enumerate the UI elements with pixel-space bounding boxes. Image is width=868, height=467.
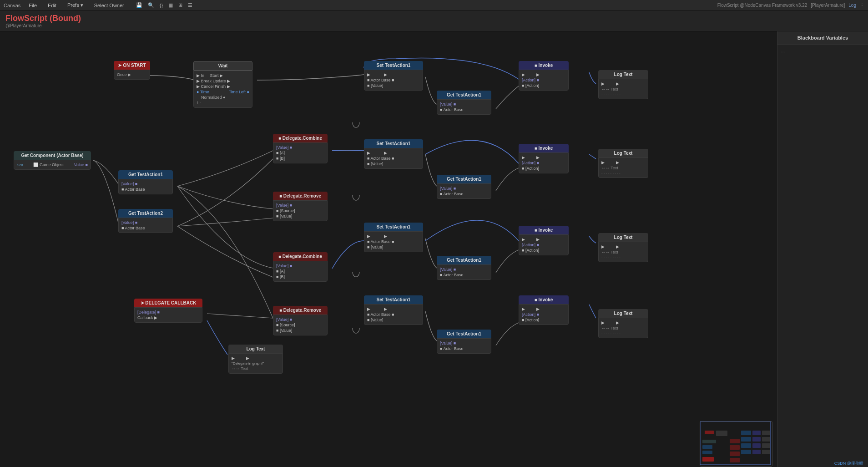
get-ta1-mid1-node[interactable]: Get TestAction1 [Value] ■ ■ Actor Base [437,91,491,115]
get-ta2-header: Get TestAction2 [118,209,173,218]
get-ta1-mid4-node[interactable]: Get TestAction1 [Value] ■ ■ Actor Base [437,330,491,354]
get-ta2-body: [Value] ■ ■ Actor Base [118,218,173,233]
get-ta1-mid1-body: [Value] ■ ■ Actor Base [437,99,491,115]
svg-rect-10 [730,439,740,443]
get-ta2-node[interactable]: Get TestAction2 [Value] ■ ■ Actor Base [118,209,173,233]
get-ta1-mid3-node[interactable]: Get TestAction1 [Value] ■ ■ Actor Base [437,256,491,280]
set-ta1-1-header: Set TestAction1 [364,61,423,70]
menu-edit[interactable]: Edit [45,2,59,9]
delegate-callback-node[interactable]: ➤ DELEGATE CALLBACK [Delegate] ■ Callbac… [134,299,202,323]
invoke-1-node[interactable]: ■ Invoke ▶ ▶ [Action] ■ ■ [Action] [519,61,569,91]
toolbar-search-icon[interactable]: 🔍 [148,2,154,8]
wait-body: ▶ In Start ▶ ▶ Break Update ▶ ▶ Cancel F… [193,71,252,108]
del-combine-2-body: [Value] ■ ■ [A] ■ [B] [273,261,328,282]
get-ta1-top-body: [Value] ■ ■ Actor Base [118,179,173,194]
blackboard-empty: ... [777,45,868,57]
toolbar-code-icon[interactable]: {} [160,3,163,8]
minimap-svg [700,421,772,466]
menu-file[interactable]: File [26,2,40,9]
set-ta1-4-node[interactable]: Set TestAction1 ▶ ▶ ■ Actor Base ■ ■ [Va… [364,295,423,325]
menu-select-owner[interactable]: Select Owner [91,2,127,9]
del-remove-2-body: [Value] ■ ■ [Source] ■ [Value] [273,315,328,335]
get-component-node[interactable]: Get Component (Actor Base) Self ⬜ Game O… [14,151,91,170]
svg-rect-4 [705,431,714,434]
on-start-body: Once ▶ [114,70,150,80]
log-text-5-body: ▶ ▶ "Delegate in graph!" ↔↔ Text [228,353,283,374]
toolbar-save-icon[interactable]: 💾 [136,2,142,8]
wait-node[interactable]: Wait ▶ In Start ▶ ▶ Break Update ▶ ▶ Can… [193,61,252,108]
log-text-3-node[interactable]: Log Text ▶ ▶ ↔↔ Text - - - - - - - - - [598,233,648,262]
log-text-4-node[interactable]: Log Text ▶ ▶ ↔↔ Text - - - - - - - - - [598,309,648,338]
get-ta1-mid2-header: Get TestAction1 [437,175,491,183]
log-text-5-header: Log Text [228,345,283,353]
invoke-3-node[interactable]: ■ Invoke ▶ ▶ [Action] ■ ■ [Action] [519,226,569,255]
svg-rect-5 [716,431,727,436]
svg-rect-21 [752,450,761,454]
toolbar-grid1-icon[interactable]: ▦ [168,2,173,8]
svg-rect-12 [730,452,740,456]
set-ta1-1-node[interactable]: Set TestAction1 ▶ ▶ ■ Actor Base ■ ■ [Va… [364,61,423,91]
svg-rect-8 [702,451,712,454]
toolbar-list-icon[interactable]: ☰ [188,2,192,8]
invoke-3-header: ■ Invoke [519,226,569,234]
invoke-1-body: ▶ ▶ [Action] ■ ■ [Action] [519,70,569,91]
canvas-label: Canvas [4,3,20,8]
invoke-4-body: ▶ ▶ [Action] ■ ■ [Action] [519,304,569,325]
get-ta1-mid2-body: [Value] ■ ■ Actor Base [437,183,491,199]
set-ta1-3-body: ▶ ▶ ■ Actor Base ■ ■ [Value] [364,231,423,252]
svg-rect-19 [752,437,761,442]
app-title: FlowScript (Bound) [5,14,863,23]
log-text-4-header: Log Text [598,309,648,318]
delegate-combine-1-node[interactable]: ■ Delegate.Combine [Value] ■ ■ [A] ■ [B] [273,134,328,163]
del-combine-2-header: ■ Delegate.Combine [273,252,328,261]
log-text-1-header: Log Text [598,70,648,79]
watermark: CSDN @库价喵 [834,461,863,467]
del-remove-2-header: ■ Delegate.Remove [273,306,328,315]
titlebar: FlowScript (Bound) @PlayerArmature [0,11,868,31]
invoke-4-header: ■ Invoke [519,295,569,304]
delegate-remove-1-node[interactable]: ■ Delegate.Remove [Value] ■ ■ [Source] ■… [273,192,328,221]
svg-rect-11 [730,445,740,450]
toolbar-grid2-icon[interactable]: ⊞ [178,2,182,8]
minimap-inner [700,421,772,466]
get-ta1-top-node[interactable]: Get TestAction1 [Value] ■ ■ Actor Base [118,170,173,194]
svg-rect-14 [741,431,751,435]
invoke-2-body: ▶ ▶ [Action] ■ ■ [Action] [519,152,569,173]
delegate-cb-body: [Delegate] ■ Callback ▶ [134,307,202,323]
log-text-2-node[interactable]: Log Text ▶ ▶ ↔↔ Text - - - - - - - - - [598,149,648,178]
get-ta1-mid4-header: Get TestAction1 [437,330,491,338]
invoke-2-node[interactable]: ■ Invoke ▶ ▶ [Action] ■ ■ [Action] [519,144,569,173]
menu-prefs[interactable]: Prefs ▾ [65,1,86,9]
invoke-1-header: ■ Invoke [519,61,569,70]
get-ta1-mid1-header: Get TestAction1 [437,91,491,99]
invoke-4-node[interactable]: ■ Invoke ▶ ▶ [Action] ■ ■ [Action] [519,295,569,325]
top-right-info: FlowScript @NodeCanvas Framework v3.22 [… [717,3,864,8]
del-combine-1-header: ■ Delegate.Combine [273,134,328,142]
svg-rect-13 [730,458,740,462]
svg-rect-17 [741,450,751,454]
log-text-2-header: Log Text [598,149,648,157]
log-text-5-node[interactable]: Log Text ▶ ▶ "Delegate in graph!" ↔↔ Tex… [228,345,283,374]
on-start-node[interactable]: ➤ ON START Once ▶ [114,61,150,80]
log-text-3-body: ▶ ▶ ↔↔ Text - - - - - - - - - [598,242,648,262]
set-ta1-4-header: Set TestAction1 [364,295,423,304]
log-text-1-node[interactable]: Log Text ▶ ▶ ↔↔ Text - - - - - - - - - [598,70,648,99]
delegate-remove-2-node[interactable]: ■ Delegate.Remove [Value] ■ ■ [Source] ■… [273,306,328,335]
svg-rect-20 [752,443,761,448]
minimap[interactable] [700,421,772,467]
set-ta1-1-body: ▶ ▶ ■ Actor Base ■ ■ [Value] [364,70,423,91]
delegate-combine-2-node[interactable]: ■ Delegate.Combine [Value] ■ ■ [A] ■ [B] [273,252,328,282]
get-ta1-mid2-node[interactable]: Get TestAction1 [Value] ■ ■ Actor Base [437,175,491,199]
svg-rect-7 [702,445,712,449]
set-ta1-3-header: Set TestAction1 [364,223,423,231]
set-ta1-4-body: ▶ ▶ ■ Actor Base ■ ■ [Value] [364,304,423,325]
svg-rect-6 [702,440,716,443]
del-remove-1-body: [Value] ■ ■ [Source] ■ [Value] [273,200,328,221]
set-ta1-2-node[interactable]: Set TestAction1 ▶ ▶ ■ Actor Base ■ ■ [Va… [364,139,423,169]
set-ta1-3-node[interactable]: Set TestAction1 ▶ ▶ ■ Actor Base ■ ■ [Va… [364,223,423,252]
get-component-body: Self ⬜ Game Object Value ■ [14,160,91,170]
invoke-3-body: ▶ ▶ [Action] ■ ■ [Action] [519,234,569,255]
set-ta1-2-body: ▶ ▶ ■ Actor Base ■ ■ [Value] [364,148,423,169]
get-ta1-mid3-body: [Value] ■ ■ Actor Base [437,264,491,280]
canvas-area[interactable]: Self Self Self ➤ ON START Once ▶ Wait ▶ … [0,31,868,467]
